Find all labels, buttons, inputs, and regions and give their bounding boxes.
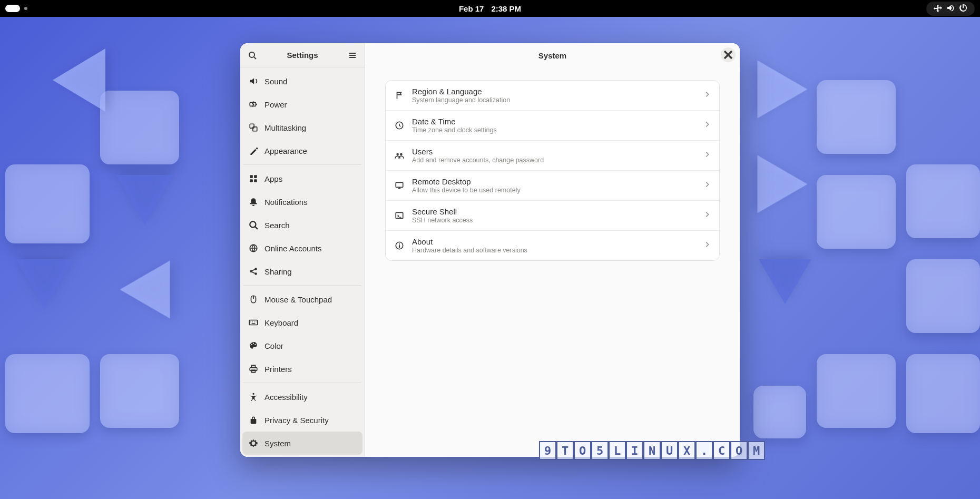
sidebar-item-notifications[interactable]: Notifications <box>242 190 362 213</box>
svg-rect-21 <box>249 320 258 325</box>
datetime-icon <box>394 121 405 130</box>
row-subtitle: Hardware details and software versions <box>412 247 696 254</box>
row-region-language[interactable]: Region & LanguageSystem language and loc… <box>386 81 719 111</box>
row-title: Remote Desktop <box>412 177 696 186</box>
sidebar-item-multitasking[interactable]: Multitasking <box>242 116 362 139</box>
search-button[interactable] <box>244 47 260 63</box>
row-date-time[interactable]: Date & TimeTime zone and clock settings <box>386 111 719 141</box>
watermark-char: U <box>661 441 678 460</box>
sidebar-item-online-accounts[interactable]: Online Accounts <box>242 237 362 260</box>
chevron-right-icon <box>703 151 711 160</box>
sidebar-item-sound[interactable]: Sound <box>242 70 362 93</box>
sidebar-item-label: Sharing <box>264 267 292 276</box>
system-rows: Region & LanguageSystem language and loc… <box>385 80 720 261</box>
row-text: UsersAdd and remove accounts, change pas… <box>412 147 696 164</box>
chevron-right-icon <box>703 211 711 220</box>
sidebar-item-label: Keyboard <box>264 318 298 327</box>
watermark-char: . <box>695 441 713 460</box>
menu-button[interactable] <box>345 47 360 63</box>
watermark-char: C <box>713 441 730 460</box>
search-icon <box>249 220 258 230</box>
row-title: Region & Language <box>412 87 696 96</box>
svg-rect-11 <box>250 179 253 182</box>
svg-rect-23 <box>252 365 256 368</box>
row-text: Remote DesktopAllow this device to be us… <box>412 177 696 194</box>
clock-area[interactable]: Feb 17 2:38 PM <box>459 4 521 13</box>
sidebar-item-privacy-security[interactable]: Privacy & Security <box>242 408 362 432</box>
sidebar-item-label: Notifications <box>264 198 308 207</box>
accessibility-icon <box>249 392 258 402</box>
watermark-char: 5 <box>591 441 609 460</box>
watermark: 9TO5LINUX.COM <box>539 441 765 460</box>
sidebar-item-label: Printers <box>264 365 292 374</box>
activities-area[interactable] <box>5 5 27 12</box>
time-label: 2:38 PM <box>491 4 521 13</box>
row-title: Users <box>412 147 696 156</box>
appearance-icon <box>249 146 258 155</box>
svg-rect-12 <box>254 179 257 182</box>
row-subtitle: Add and remove accounts, change password <box>412 156 696 164</box>
ssh-icon <box>394 211 405 220</box>
sidebar-item-label: Appearance <box>264 146 307 155</box>
sidebar-item-power[interactable]: Power <box>242 93 362 116</box>
row-subtitle: System language and localization <box>412 96 696 104</box>
row-title: Secure Shell <box>412 207 696 216</box>
svg-line-14 <box>255 227 258 229</box>
main-title: System <box>538 51 566 60</box>
sidebar-item-search[interactable]: Search <box>242 213 362 237</box>
volume-icon <box>944 4 957 14</box>
sidebar-item-appearance[interactable]: Appearance <box>242 139 362 162</box>
main-body: Region & LanguageSystem language and loc… <box>365 67 740 273</box>
sidebar-item-mouse-touchpad[interactable]: Mouse & Touchpad <box>242 288 362 311</box>
svg-rect-6 <box>256 104 257 105</box>
multitasking-icon <box>249 123 258 132</box>
sharing-icon <box>249 267 258 276</box>
svg-point-30 <box>396 153 399 156</box>
sidebar-list: SoundPowerMultitaskingAppearanceAppsNoti… <box>240 67 365 457</box>
sidebar-item-sharing[interactable]: Sharing <box>242 260 362 283</box>
svg-rect-24 <box>252 370 256 373</box>
sidebar-item-label: Accessibility <box>264 393 308 402</box>
mouse-icon <box>249 295 258 304</box>
notifications-icon <box>249 197 258 207</box>
date-label: Feb 17 <box>459 4 484 13</box>
watermark-char: I <box>626 441 643 460</box>
main-panel: System Region & LanguageSystem language … <box>365 43 740 457</box>
watermark-char: L <box>609 441 626 460</box>
row-users[interactable]: UsersAdd and remove accounts, change pas… <box>386 141 719 171</box>
sidebar-item-keyboard[interactable]: Keyboard <box>242 311 362 334</box>
row-text: AboutHardware details and software versi… <box>412 237 696 254</box>
row-text: Date & TimeTime zone and clock settings <box>412 117 696 134</box>
row-title: Date & Time <box>412 117 696 126</box>
watermark-char: O <box>730 441 748 460</box>
svg-point-13 <box>250 221 256 227</box>
sidebar-item-color[interactable]: Color <box>242 334 362 357</box>
sidebar-item-apps[interactable]: Apps <box>242 167 362 190</box>
row-remote-desktop[interactable]: Remote DesktopAllow this device to be us… <box>386 171 719 201</box>
svg-point-31 <box>400 153 403 156</box>
sidebar-item-printers[interactable]: Printers <box>242 357 362 380</box>
sidebar-item-system[interactable]: System <box>242 432 362 455</box>
online-accounts-icon <box>249 243 258 253</box>
svg-rect-4 <box>349 57 356 58</box>
chevron-right-icon <box>703 241 711 250</box>
sidebar-separator <box>243 164 361 165</box>
watermark-char: 9 <box>539 441 556 460</box>
sidebar-item-label: Search <box>264 221 290 230</box>
watermark-char: O <box>574 441 591 460</box>
close-button[interactable] <box>721 47 736 62</box>
sidebar-item-accessibility[interactable]: Accessibility <box>242 385 362 408</box>
system-status-area[interactable] <box>926 2 975 16</box>
keyboard-icon <box>249 318 258 327</box>
privacy-icon <box>249 415 258 425</box>
svg-rect-26 <box>251 419 256 424</box>
watermark-char: N <box>643 441 661 460</box>
row-about[interactable]: AboutHardware details and software versi… <box>386 231 719 260</box>
row-subtitle: Allow this device to be used remotely <box>412 187 696 194</box>
chevron-right-icon <box>703 181 711 190</box>
row-secure-shell[interactable]: Secure ShellSSH network access <box>386 201 719 231</box>
sidebar-item-label: Apps <box>264 174 282 183</box>
svg-point-0 <box>249 52 254 57</box>
main-header: System <box>365 43 740 67</box>
svg-point-18 <box>254 272 257 275</box>
